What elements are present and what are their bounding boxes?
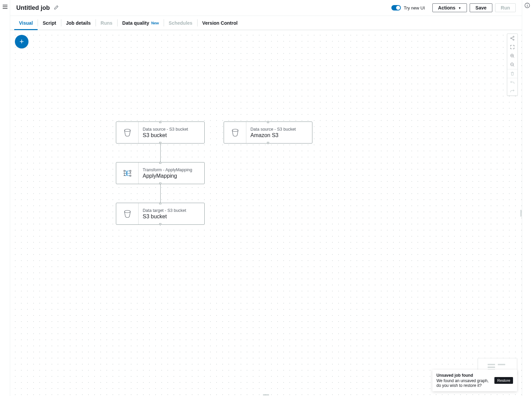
node-title: ApplyMapping (143, 173, 200, 179)
tab-version-control[interactable]: Version Control (198, 16, 242, 30)
bucket-icon (230, 128, 240, 137)
tab-label: Job details (66, 20, 91, 26)
tab-label: Visual (19, 20, 33, 26)
restore-button[interactable]: Restore (494, 377, 513, 384)
actions-button[interactable]: Actions (432, 3, 467, 12)
svg-rect-10 (130, 175, 131, 176)
bucket-icon (123, 128, 132, 137)
port-in[interactable] (159, 120, 162, 123)
zoom-out-icon[interactable] (507, 60, 517, 69)
svg-point-0 (513, 36, 514, 38)
port-in[interactable] (267, 120, 269, 123)
resize-handle-bottom[interactable] (263, 394, 269, 396)
node-subtype: Data source - S3 bucket (143, 127, 200, 132)
redo-icon (507, 87, 517, 95)
port-out[interactable] (267, 142, 269, 145)
undo-icon (507, 78, 517, 87)
node-title: Amazon S3 (250, 132, 308, 138)
node-title: S3 bucket (143, 214, 200, 220)
info-icon[interactable] (525, 3, 530, 396)
canvas-grid (10, 30, 522, 396)
share-icon[interactable] (507, 34, 517, 43)
node-source-s3[interactable]: Data source - S3 bucket S3 bucket (116, 122, 205, 144)
header: Untitled job Try new UI Actions Save Run (10, 0, 522, 16)
tab-schedules: Schedules (164, 16, 197, 30)
resize-handle-right[interactable] (520, 210, 522, 217)
mapping-icon (123, 169, 132, 178)
port-out[interactable] (159, 182, 162, 185)
tab-data-quality[interactable]: Data qualityNew (118, 16, 164, 30)
tab-label: Script (43, 20, 56, 26)
svg-point-1 (511, 38, 512, 39)
port-in[interactable] (159, 202, 162, 204)
unsaved-toast: Unsaved job found We found an unsaved gr… (432, 370, 517, 391)
toast-title: Unsaved job found (436, 373, 491, 378)
node-target-s3[interactable]: Data target - S3 bucket S3 bucket (116, 203, 205, 225)
edge (160, 144, 161, 162)
try-new-ui-label: Try new UI (404, 5, 425, 10)
tab-job-details[interactable]: Job details (61, 16, 96, 30)
canvas-toolbar (507, 34, 518, 96)
edit-title-icon[interactable] (54, 5, 59, 11)
svg-point-2 (513, 39, 514, 41)
tab-label: Schedules (169, 20, 192, 26)
svg-point-6 (232, 129, 238, 131)
bucket-icon (123, 209, 132, 219)
node-title: S3 bucket (143, 132, 200, 138)
nav-menu-icon[interactable] (1, 3, 9, 396)
node-subtype: Data target - S3 bucket (143, 208, 200, 213)
svg-point-5 (124, 129, 130, 131)
zoom-in-icon[interactable] (507, 51, 517, 60)
tab-label: Version Control (202, 20, 238, 26)
port-in[interactable] (159, 161, 162, 164)
port-out[interactable] (159, 142, 162, 145)
toast-body: We found an unsaved graph, do you wish t… (436, 378, 491, 388)
node-source-amazon-s3[interactable]: Data source - S3 bucket Amazon S3 (224, 122, 312, 144)
svg-point-8 (124, 173, 125, 174)
tab-label: Runs (101, 20, 112, 26)
node-subtype: Data source - S3 bucket (250, 127, 308, 132)
svg-rect-7 (124, 170, 125, 172)
tab-label: Data quality (122, 20, 149, 26)
edge (160, 184, 161, 203)
tab-runs: Runs (96, 16, 117, 30)
tab-script[interactable]: Script (38, 16, 61, 30)
new-badge: New (151, 21, 159, 25)
job-title: Untitled job (16, 4, 50, 12)
node-transform-applymapping[interactable]: Transform - ApplyMapping ApplyMapping (116, 162, 205, 184)
try-new-ui-toggle[interactable] (391, 5, 401, 10)
fit-screen-icon[interactable] (507, 43, 517, 51)
svg-rect-9 (130, 170, 131, 172)
svg-point-11 (124, 210, 130, 213)
tab-visual[interactable]: Visual (14, 16, 38, 30)
run-button: Run (495, 3, 516, 12)
node-subtype: Transform - ApplyMapping (143, 168, 200, 172)
tabs: Visual Script Job details Runs Data qual… (10, 16, 522, 30)
add-node-button[interactable]: + (15, 35, 28, 48)
plus-icon: + (20, 38, 24, 45)
port-out[interactable] (159, 223, 162, 226)
save-button[interactable]: Save (470, 3, 492, 12)
delete-icon (507, 69, 517, 78)
canvas[interactable]: + Data source - S3 bucket S3 bucket (10, 30, 522, 396)
